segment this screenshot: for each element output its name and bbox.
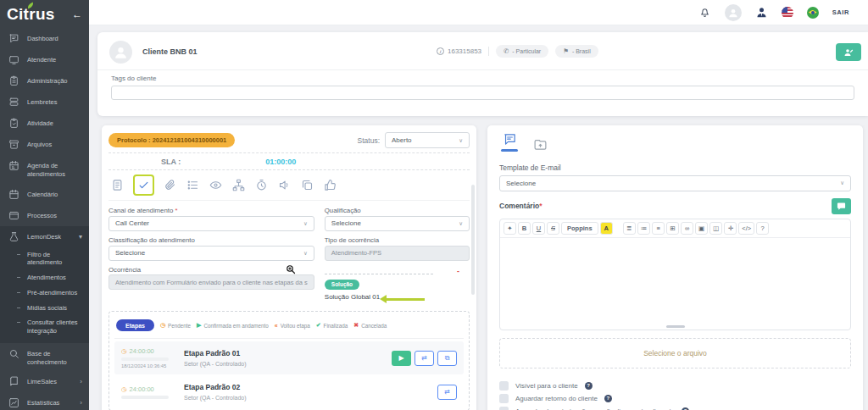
sidebar-item-agenda-de-atendimentos[interactable]: Agenda de atendimentos xyxy=(0,155,89,184)
help-icon: ? xyxy=(585,382,593,390)
thumbs-up-icon[interactable] xyxy=(323,178,337,192)
info-icon: i xyxy=(437,47,444,55)
template-label: Template de E-mail xyxy=(499,163,851,172)
scrollbar[interactable] xyxy=(471,185,475,295)
status-select[interactable]: Aberto∨ xyxy=(385,132,470,148)
option-row: Aguardando autorização para finalizar o … xyxy=(499,407,851,410)
solution-empty-field[interactable] xyxy=(325,267,433,274)
sidebar-subitem-consultar-clientes-integracao[interactable]: Consultar clientes integração xyxy=(27,315,86,339)
editor-video-button[interactable]: ◫ xyxy=(709,222,722,235)
file-icon[interactable] xyxy=(110,178,125,192)
client-name: Cliente BNB 01 xyxy=(142,47,198,56)
bell-icon[interactable] xyxy=(698,6,711,19)
etapas-badge: Etapas xyxy=(116,319,154,331)
flag-br-icon[interactable] xyxy=(807,7,819,19)
editor-magic-button[interactable]: ✦ xyxy=(504,222,516,235)
client-avatar xyxy=(109,41,132,64)
client-card: Cliente BNB 01 i163315853 ✆- Particular … xyxy=(97,32,868,116)
editor-underline-button[interactable]: U xyxy=(532,222,545,235)
editor-image-button[interactable]: ▣ xyxy=(695,222,708,235)
sidebar-item-arquivos[interactable]: Arquivos xyxy=(0,134,89,155)
logout-button[interactable]: SAIR xyxy=(832,8,849,16)
tab-comment[interactable] xyxy=(501,132,518,152)
editor-strikethrough-button[interactable]: S xyxy=(547,222,559,235)
sidebar-item-calendario[interactable]: Calendário xyxy=(0,184,89,205)
selected-tool-highlight[interactable] xyxy=(133,175,154,196)
sidebar-subitem-midias-sociais[interactable]: Mídias sociais xyxy=(27,301,86,316)
transfer-stage-button[interactable]: ⇄ xyxy=(437,385,457,400)
editor-link-button[interactable]: ∞ xyxy=(681,222,693,235)
avatar[interactable] xyxy=(725,4,742,21)
sidebar-item-lemondesk[interactable]: LemonDesk▾ xyxy=(0,226,89,247)
sidebar-collapse-icon[interactable]: ← xyxy=(72,8,82,20)
editor-code-button[interactable]: </> xyxy=(738,222,754,235)
editor-indent-button[interactable]: ≔ xyxy=(637,222,651,235)
chevron-down-icon: ∨ xyxy=(303,220,308,227)
editor-unordered-list-button[interactable]: ≣ xyxy=(623,222,636,235)
sidebar-item-lembretes[interactable]: Lembretes xyxy=(0,91,89,113)
sidebar-item-processos[interactable]: Processos xyxy=(0,205,89,226)
sidebar-item-limesales[interactable]: LimeSales› xyxy=(0,371,89,392)
editor-font-family-button[interactable]: Poppins xyxy=(561,222,598,235)
stage-subtitle: Setor (QA - Controlado) xyxy=(184,361,383,367)
editor-expand-button[interactable]: ✛ xyxy=(724,222,737,235)
transfer-stage-button[interactable]: ⇄ xyxy=(415,351,434,366)
sidebar-subitem-filtro-de-atendimento[interactable]: Filtro de atendimento xyxy=(27,247,86,271)
editor-bold-button[interactable]: B xyxy=(518,222,531,235)
editor-help-button[interactable]: ? xyxy=(756,222,769,235)
checkbox[interactable] xyxy=(499,381,509,391)
tags-input[interactable] xyxy=(111,86,854,100)
sidebar-item-base-de-conhecimento[interactable]: Base de conhecimento xyxy=(0,343,89,372)
sidebar-item-atividade[interactable]: Atividade xyxy=(0,113,89,134)
chevron-right-icon: › xyxy=(80,397,82,407)
chat-icon xyxy=(503,132,517,147)
user-tie-icon[interactable] xyxy=(755,6,768,19)
check-icon[interactable] xyxy=(136,178,151,192)
stage-timer: ◷24:00:00 xyxy=(121,385,175,393)
duplicate-stage-button[interactable]: ⧉ xyxy=(437,351,457,366)
stage-progress-bar xyxy=(121,357,169,361)
option-row: Visível para o cliente ? xyxy=(499,381,851,391)
canal-select[interactable]: Call Center∨ xyxy=(108,216,314,231)
flag-us-icon[interactable] xyxy=(782,7,793,19)
editor-align-button[interactable]: ≡ xyxy=(652,222,665,235)
paperclip-icon[interactable] xyxy=(163,178,177,192)
classificacao-select[interactable]: Selecione∨ xyxy=(108,246,314,261)
phone-icon: ✆ xyxy=(504,47,509,55)
sidebar-item-administracao[interactable]: Administração xyxy=(0,70,89,91)
template-select[interactable]: Selecione∨ xyxy=(499,175,851,191)
editor-table-button[interactable]: ⊞ xyxy=(666,222,679,235)
comment-button[interactable] xyxy=(832,198,851,214)
sidebar-subitem-atendimentos[interactable]: Atendimentos xyxy=(27,270,86,285)
sidebar-item-dashboard[interactable]: Dashboard xyxy=(0,28,89,49)
checkbox[interactable] xyxy=(499,407,509,410)
sitemap-icon[interactable] xyxy=(231,178,246,192)
copy-icon[interactable] xyxy=(300,178,314,192)
timer-icon[interactable] xyxy=(254,178,269,192)
eye-icon[interactable] xyxy=(209,178,223,192)
dashboard-icon xyxy=(8,33,19,44)
volume-icon[interactable] xyxy=(277,178,292,192)
field-canal: Canal de atendimento * Call Center∨ xyxy=(108,208,314,231)
sidebar-subitem-pre-atendimentos[interactable]: Pré-atendimentos xyxy=(27,285,86,301)
editor-content[interactable] xyxy=(500,238,850,330)
editor-text-color-button[interactable]: A xyxy=(600,222,613,235)
edit-client-button[interactable] xyxy=(836,43,861,61)
sidebar: Citrus ← DashboardAtendenteAdministração… xyxy=(0,0,89,410)
stage-timer: ◷24:00:00 xyxy=(121,347,175,355)
qualificacao-select[interactable]: Selecione∨ xyxy=(325,216,470,231)
field-ocorrencia: Ocorrência Atendimento com Formulário en… xyxy=(108,267,314,302)
file-drop-zone[interactable]: Selecione o arquivo xyxy=(499,338,851,368)
checkbox[interactable] xyxy=(499,394,509,403)
confirm-stage-button[interactable]: ▶ xyxy=(392,351,411,366)
field-tipo-ocorrencia: Tipo de ocorrência Atendimento-FPS xyxy=(325,237,470,261)
sidebar-item-atendente[interactable]: Atendente xyxy=(0,49,89,70)
resize-handle[interactable] xyxy=(666,325,685,328)
sidebar-item-estatisticas[interactable]: Estatísticas› xyxy=(0,392,89,410)
remove-solution-icon[interactable]: - xyxy=(457,267,459,275)
ticket-panel: Protocolo : 202412181004310000001 Status… xyxy=(102,125,476,410)
main-content: Cliente BNB 01 i163315853 ✆- Particular … xyxy=(89,25,868,410)
list-icon[interactable] xyxy=(186,178,200,192)
tab-files[interactable] xyxy=(533,137,548,152)
etapas-legend: ◷Pendente▶Confirmada em andamento«Voltou… xyxy=(160,322,387,329)
